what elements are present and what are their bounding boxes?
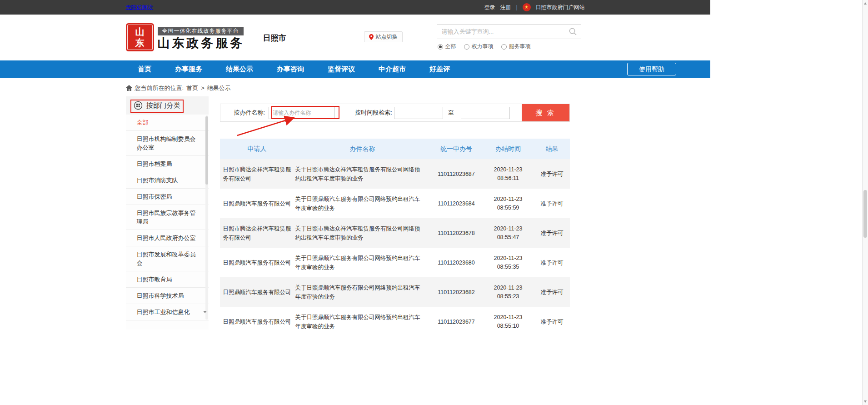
- seal-text: 山东: [134, 26, 146, 48]
- department-item[interactable]: 日照市档案局: [126, 156, 209, 172]
- register-link[interactable]: 注册: [500, 4, 511, 11]
- department-item[interactable]: 全部: [126, 115, 209, 131]
- search-scope-filters: 全部 权力事项 服务事项: [438, 43, 531, 50]
- sidebar-title: 按部门分类: [146, 101, 180, 110]
- cell-result: 准予许可: [534, 199, 570, 208]
- table-row[interactable]: 日照鼎顺汽车服务有限公司 关于日照鼎顺汽车服务有限公司网络预约出租汽车年度审验的…: [220, 277, 570, 307]
- city-name: 日照市: [263, 33, 286, 43]
- nav-item[interactable]: 结果公示: [214, 60, 265, 78]
- site-switch-label: 站点切换: [376, 33, 398, 41]
- brand-title: 山东政务服务: [158, 36, 245, 50]
- department-item-label: 日照市保密局: [137, 193, 172, 200]
- content: 按部门分类 全部 日照市机构编制委员会办公室 日照市档案局: [126, 93, 585, 336]
- sidebar-scrollbar-thumb[interactable]: [205, 116, 208, 185]
- department-item[interactable]: 日照市保密局: [126, 189, 209, 205]
- cell-item-name: 关于日照鼎顺汽车服务有限公司网络预约出租汽车年度审验的业务: [294, 190, 431, 217]
- breadcrumb-current: 结果公示: [207, 84, 231, 92]
- department-item-label: 日照市科学技术局: [137, 292, 184, 299]
- nav-menu: 首页办事服务结果公示办事咨询监督评议中介超市好差评: [126, 60, 462, 78]
- cell-result: 准予许可: [534, 170, 570, 179]
- cell-apply-id: 110112023687: [431, 170, 482, 179]
- date-to-input[interactable]: [461, 107, 510, 119]
- cell-apply-id: 110112023682: [431, 288, 482, 297]
- department-item[interactable]: 日照市教育局: [126, 271, 209, 288]
- scope-radio-option[interactable]: 权力事项: [464, 43, 494, 50]
- cell-item-name: 关于日照市腾达众祥汽车租赁服务有限公司网络预约出租汽车年度审验的业务: [294, 160, 431, 188]
- date-from-input[interactable]: [394, 107, 443, 119]
- divider: |: [516, 4, 517, 10]
- cell-applicant: 日照市腾达众祥汽车租赁服务有限公司: [220, 220, 294, 247]
- site-switch-button[interactable]: 站点切换: [364, 31, 403, 42]
- search-filter-panel: 按办件名称: 按时间段检索: 至 搜 索: [220, 104, 570, 122]
- cell-finish-time: 2020-11-2308:55:59: [482, 195, 534, 212]
- keyword-search-box: [437, 24, 581, 39]
- accessibility-link[interactable]: 无障碍阅读: [126, 4, 153, 11]
- cell-result: 准予许可: [534, 288, 570, 297]
- search-button[interactable]: 搜 索: [522, 104, 569, 121]
- department-item[interactable]: 日照市消防支队: [126, 172, 209, 189]
- page-scrollbar[interactable]: [862, 0, 868, 405]
- help-button[interactable]: 使用帮助: [627, 63, 676, 75]
- breadcrumb-separator: >: [201, 85, 205, 91]
- cell-finish-time: 2020-11-2308:56:11: [482, 165, 534, 183]
- col-header-result: 结果: [534, 145, 570, 153]
- cell-finish-time: 2020-11-2308:55:10: [482, 313, 534, 330]
- cell-result: 准予许可: [534, 258, 570, 267]
- cell-item-name: 关于日照鼎顺汽车服务有限公司网络预约出租汽车年度审验的业务: [294, 249, 431, 276]
- cell-finish-time: 2020-11-2308:55:35: [482, 254, 534, 271]
- top-bar: 无障碍阅读 登录 注册 | ★ 日照市政府门户网站: [0, 0, 710, 15]
- portal-link[interactable]: 日照市政府门户网站: [536, 4, 585, 11]
- login-link[interactable]: 登录: [484, 4, 495, 11]
- table-row[interactable]: 日照市腾达众祥汽车租赁服务有限公司 关于日照市腾达众祥汽车租赁服务有限公司网络预…: [220, 218, 570, 248]
- nav-item[interactable]: 中介超市: [367, 60, 418, 78]
- nav-item[interactable]: 监督评议: [316, 60, 367, 78]
- cell-item-name: 关于日照鼎顺汽车服务有限公司网络预约出租汽车年度审验的业务: [294, 279, 431, 306]
- department-item-label: 日照市机构编制委员会办公室: [137, 135, 196, 151]
- case-name-input[interactable]: [269, 107, 335, 119]
- scroll-down-icon[interactable]: [864, 400, 867, 403]
- department-item-label: 全部: [137, 119, 149, 126]
- department-item-label: 日照市档案局: [137, 160, 172, 167]
- chevron-down-icon[interactable]: [203, 311, 207, 313]
- department-item[interactable]: 日照市工业和信息化: [126, 304, 209, 320]
- keyword-search-input[interactable]: [437, 28, 569, 35]
- brand-seal-logo: 山东: [126, 23, 154, 51]
- sidebar-scrollbar[interactable]: [205, 115, 208, 320]
- col-header-apply-id: 统一申办号: [431, 145, 482, 153]
- department-item[interactable]: 日照市机构编制委员会办公室: [126, 131, 209, 156]
- scroll-up-icon[interactable]: [864, 2, 867, 5]
- nav-item[interactable]: 好差评: [418, 60, 462, 78]
- sidebar-category-header: 按部门分类: [126, 96, 209, 115]
- cell-apply-id: 110112023680: [431, 258, 482, 267]
- scope-radio-label: 全部: [445, 43, 456, 50]
- table-row[interactable]: 日照鼎顺汽车服务有限公司 关于日照鼎顺汽车服务有限公司网络预约出租汽车年度审验的…: [220, 189, 570, 218]
- col-header-item-name: 办件名称: [294, 145, 431, 153]
- department-list: 全部 日照市机构编制委员会办公室 日照市档案局 日照市消防支队: [126, 115, 209, 320]
- scope-radio-label: 权力事项: [472, 43, 494, 50]
- scope-radio-option[interactable]: 服务事项: [501, 43, 531, 50]
- table-row[interactable]: 日照鼎顺汽车服务有限公司 关于日照鼎顺汽车服务有限公司网络预约出租汽车年度审验的…: [220, 248, 570, 277]
- department-item[interactable]: 日照市发展和改革委员会: [126, 246, 209, 271]
- department-item[interactable]: 日照市民族宗教事务管理局: [126, 205, 209, 230]
- scope-radio-option[interactable]: 全部: [438, 43, 456, 50]
- department-item[interactable]: 日照市科学技术局: [126, 288, 209, 304]
- range-to-label: 至: [448, 109, 454, 117]
- nav-item[interactable]: 首页: [126, 60, 163, 78]
- department-item-label: 日照市民族宗教事务管理局: [137, 210, 196, 225]
- search-icon[interactable]: [569, 27, 577, 36]
- scope-radio-label: 服务事项: [509, 43, 531, 50]
- page-scrollbar-thumb[interactable]: [863, 190, 867, 238]
- breadcrumb-home[interactable]: 首页: [186, 84, 198, 92]
- table-row[interactable]: 日照鼎顺汽车服务有限公司 关于日照鼎顺汽车服务有限公司网络预约出租汽车年度审验的…: [220, 307, 570, 336]
- home-icon: [126, 85, 132, 91]
- table-row[interactable]: 日照市腾达众祥汽车租赁服务有限公司 关于日照市腾达众祥汽车租赁服务有限公司网络预…: [220, 159, 570, 189]
- nav-item[interactable]: 办事咨询: [265, 60, 316, 78]
- cell-item-name: 关于日照鼎顺汽车服务有限公司网络预约出租汽车年度审验的业务: [294, 308, 431, 335]
- cell-applicant: 日照鼎顺汽车服务有限公司: [220, 313, 294, 331]
- department-item-label: 日照市工业和信息化: [137, 309, 190, 315]
- breadcrumb-prefix: 您当前所在的位置:: [135, 84, 184, 92]
- category-icon: [134, 101, 143, 110]
- nav-item[interactable]: 办事服务: [163, 60, 214, 78]
- department-item-label: 日照市发展和改革委员会: [137, 251, 196, 266]
- department-item[interactable]: 日照市人民政府办公室: [126, 230, 209, 246]
